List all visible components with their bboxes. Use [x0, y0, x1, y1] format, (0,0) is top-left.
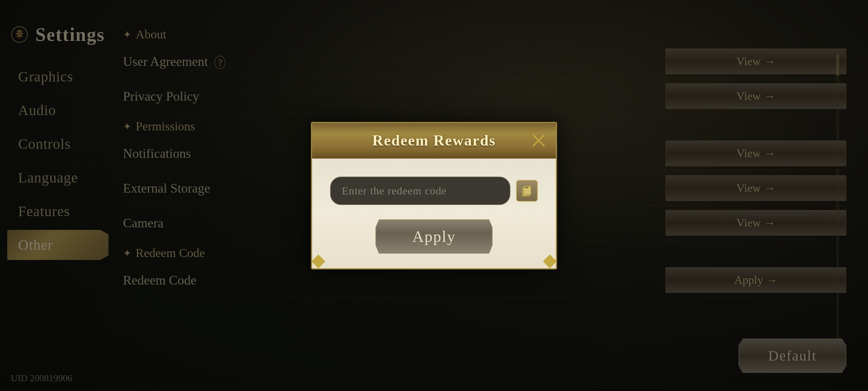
modal-body: Apply — [312, 159, 556, 268]
modal-corner-bl: ◆ — [311, 251, 325, 269]
paste-button[interactable] — [516, 180, 538, 202]
modal-apply-button[interactable]: Apply — [375, 219, 493, 254]
modal-corner-br: ◆ — [543, 251, 557, 269]
modal-header: Redeem Rewards — [312, 123, 556, 159]
svg-rect-6 — [525, 187, 528, 188]
paste-icon — [521, 185, 533, 197]
close-icon — [531, 132, 547, 148]
modal-overlay: ◆ ◆ ◆ ◆ Redeem Rewards — [0, 0, 868, 391]
redeem-code-input[interactable] — [330, 177, 510, 205]
code-input-wrapper — [330, 177, 538, 205]
modal-title: Redeem Rewards — [372, 132, 496, 149]
redeem-modal: ◆ ◆ ◆ ◆ Redeem Rewards — [311, 122, 557, 269]
modal-close-button[interactable] — [529, 130, 549, 150]
